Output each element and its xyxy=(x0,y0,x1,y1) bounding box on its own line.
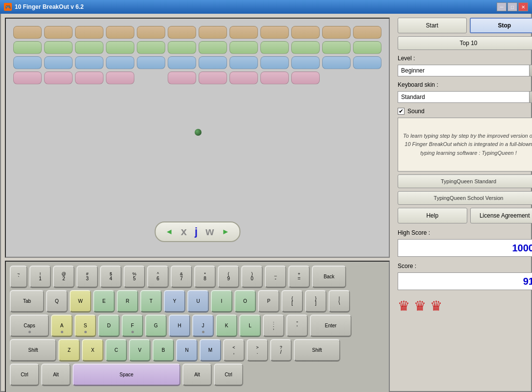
key-7[interactable]: &7 xyxy=(171,266,192,288)
key-quote[interactable]: "' xyxy=(286,315,308,337)
bricks-area xyxy=(6,19,389,84)
sound-row: ✔ Sound xyxy=(398,108,532,115)
window-title: 10 Finger BreakOut v 6.2 xyxy=(15,3,84,10)
key-alt-left[interactable]: Alt xyxy=(41,364,71,386)
key-equals[interactable]: += xyxy=(288,266,310,288)
brick xyxy=(199,72,227,84)
key-ctrl-left[interactable]: Ctrl xyxy=(10,364,39,386)
key-t[interactable]: T xyxy=(140,290,162,313)
key-semicolon[interactable]: :; xyxy=(263,315,284,337)
key-s[interactable]: S xyxy=(75,315,96,337)
key-enter[interactable]: Enter xyxy=(310,315,352,337)
brick xyxy=(291,72,320,84)
key-shift-right[interactable]: Shift xyxy=(294,339,340,362)
key-z[interactable]: Z xyxy=(58,339,80,362)
key-2[interactable]: @2 xyxy=(53,266,75,288)
top10-button[interactable]: Top 10 xyxy=(398,36,532,50)
key-d[interactable]: D xyxy=(98,315,120,337)
level-label: Level : xyxy=(398,55,532,62)
crown-1: ♛ xyxy=(398,298,410,314)
info-text-box: To learn typing step by step try the imp… xyxy=(398,118,532,172)
keyboard-skin-dropdown[interactable]: Standard ▼ xyxy=(398,91,532,103)
key-tab[interactable]: Tab xyxy=(10,290,44,313)
brick xyxy=(260,41,289,54)
key-1[interactable]: !1 xyxy=(29,266,51,288)
key-a[interactable]: A xyxy=(51,315,73,337)
key-r[interactable]: R xyxy=(117,290,138,313)
key-y[interactable]: Y xyxy=(164,290,185,313)
key-backspace[interactable]: Back xyxy=(312,266,346,288)
key-slash[interactable]: ?/ xyxy=(270,339,292,362)
brick xyxy=(229,72,258,84)
key-b[interactable]: B xyxy=(152,339,174,362)
target-keys-display: ◄ x j w ► xyxy=(154,221,240,242)
key-shift-left[interactable]: Shift xyxy=(10,339,56,362)
key-4[interactable]: $4 xyxy=(100,266,122,288)
brick xyxy=(229,56,258,69)
key-comma[interactable]: <, xyxy=(223,339,245,362)
brick xyxy=(137,41,165,54)
brick xyxy=(199,26,227,39)
key-p[interactable]: P xyxy=(258,290,279,313)
key-x[interactable]: X xyxy=(82,339,103,362)
start-button[interactable]: Start xyxy=(398,18,467,33)
main-container: ◄ x j w ► ~` !1 @2 #3 xyxy=(0,14,532,392)
key-j[interactable]: J xyxy=(192,315,214,337)
key-m[interactable]: M xyxy=(200,339,221,362)
brick xyxy=(168,72,196,84)
key-v[interactable]: V xyxy=(129,339,151,362)
keyboard-skin-label: Keyboard skin : xyxy=(398,81,532,88)
key-i[interactable]: I xyxy=(211,290,232,313)
minimize-button[interactable]: ─ xyxy=(497,2,507,11)
license-button[interactable]: License Agreement xyxy=(470,208,532,223)
key-o[interactable]: O xyxy=(234,290,256,313)
key-alt-right[interactable]: Alt xyxy=(182,364,212,386)
key-n[interactable]: N xyxy=(176,339,198,362)
typing-queen-standard-button[interactable]: TypingQueen Standard xyxy=(398,174,532,188)
high-score-value: 1000 xyxy=(512,243,532,254)
key-3[interactable]: #3 xyxy=(76,266,98,288)
key-l[interactable]: L xyxy=(239,315,261,337)
key-c[interactable]: C xyxy=(105,339,127,362)
level-dropdown[interactable]: Beginner ▼ xyxy=(398,65,532,76)
key-9[interactable]: (9 xyxy=(218,266,239,288)
stop-button[interactable]: Stop xyxy=(470,18,532,33)
brick xyxy=(260,26,289,39)
brick xyxy=(168,26,196,39)
key-ctrl-right[interactable]: Ctrl xyxy=(214,364,243,386)
help-button[interactable]: Help xyxy=(398,208,467,223)
key-capslock[interactable]: Caps xyxy=(10,315,49,337)
key-period[interactable]: >. xyxy=(247,339,268,362)
brick-row-4 xyxy=(13,72,381,84)
brick xyxy=(106,41,134,54)
start-stop-row: Start Stop xyxy=(398,18,532,33)
key-bracket-open[interactable]: {[ xyxy=(281,290,303,313)
maximize-button[interactable]: □ xyxy=(507,2,517,11)
brick xyxy=(291,56,320,69)
key-k[interactable]: K xyxy=(216,315,237,337)
key-u[interactable]: U xyxy=(187,290,209,313)
key-0[interactable]: )0 xyxy=(241,266,263,288)
help-license-row: Help License Agreement xyxy=(398,208,532,223)
key-backslash[interactable]: |\ xyxy=(329,290,350,313)
key-f[interactable]: F xyxy=(122,315,143,337)
sound-checkbox[interactable]: ✔ xyxy=(398,108,405,115)
key-minus[interactable]: _- xyxy=(265,266,286,288)
key-6[interactable]: ^6 xyxy=(147,266,169,288)
key-space[interactable]: Space xyxy=(73,364,180,386)
brick-row-1 xyxy=(13,26,381,39)
key-q[interactable]: Q xyxy=(46,290,68,313)
key-5[interactable]: %5 xyxy=(124,266,145,288)
key-bracket-close[interactable]: }] xyxy=(305,290,327,313)
key-w[interactable]: W xyxy=(70,290,91,313)
brick xyxy=(75,41,103,54)
score-value: 91 xyxy=(523,276,532,287)
close-button[interactable]: ✕ xyxy=(518,2,528,11)
brick xyxy=(75,72,103,84)
key-h[interactable]: H xyxy=(169,315,190,337)
key-backtick[interactable]: ~` xyxy=(10,266,27,288)
typing-queen-school-button[interactable]: TypingQueen School Version xyxy=(398,191,532,205)
key-e[interactable]: E xyxy=(93,290,115,313)
key-g[interactable]: G xyxy=(145,315,167,337)
key-8[interactable]: *8 xyxy=(194,266,216,288)
